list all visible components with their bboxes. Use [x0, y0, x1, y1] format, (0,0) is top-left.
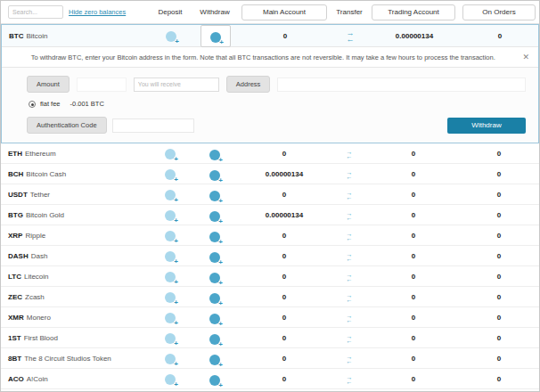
deposit-icon[interactable]: + [165, 231, 176, 241]
transfer-arrows[interactable]: → ← [331, 252, 368, 261]
withdraw-icon-wrap[interactable]: + [200, 25, 231, 47]
withdraw-icon[interactable]: + [209, 211, 220, 222]
transfer-arrows[interactable]: → ← [331, 334, 368, 343]
withdraw-icon-wrap[interactable]: + [200, 246, 229, 266]
withdraw-icon[interactable]: + [210, 32, 221, 43]
withdraw-icon-wrap[interactable]: + [200, 287, 229, 307]
withdraw-icon-wrap[interactable]: + [200, 266, 229, 287]
table-row[interactable]: DASHDash + + 0 → ← 0 0 [1, 246, 539, 266]
withdraw-icon-wrap[interactable]: + [200, 328, 229, 348]
coin-name: Tether [30, 191, 50, 199]
close-icon[interactable]: ✕ [522, 53, 529, 61]
main-balance: 0 [239, 32, 331, 40]
main-account-button[interactable]: Main Account [241, 4, 327, 20]
table-row[interactable]: LTCLitecoin + + 0 → ← 0 0 [1, 266, 539, 287]
transfer-arrows[interactable]: → ← [331, 293, 368, 302]
withdraw-icon-wrap[interactable]: + [200, 307, 229, 328]
amount-input[interactable] [77, 78, 127, 92]
auth-code-input[interactable] [112, 118, 194, 133]
transfer-arrows[interactable]: → ← [331, 232, 368, 241]
deposit-icon[interactable]: + [165, 374, 176, 385]
transfer-arrows[interactable]: → ← [331, 273, 368, 282]
deposit-icon[interactable]: + [165, 251, 176, 262]
main-balance: 0 [238, 150, 331, 158]
transfer-arrows[interactable]: → ← [331, 355, 368, 363]
transfer-left-icon: ← [347, 318, 353, 323]
table-row[interactable]: XMRMonero + + 0 → ← 0 0 [1, 307, 539, 328]
transfer-arrows[interactable]: → ← [331, 375, 368, 384]
transfer-left-icon: ← [347, 216, 353, 220]
withdraw-icon[interactable]: + [209, 232, 220, 242]
table-row[interactable]: BCHBitcoin Cash + + 0.00000134 → ← 0 0 [1, 164, 539, 184]
main-balance: 0 [238, 191, 331, 199]
transfer-arrows[interactable]: → ← [331, 150, 368, 159]
transfer-left-icon: ← [347, 236, 353, 241]
transfer-arrows[interactable]: → ← [331, 314, 368, 323]
deposit-icon[interactable]: + [165, 333, 176, 344]
withdraw-icon[interactable]: + [209, 375, 220, 386]
orders-balance: 0 [459, 375, 539, 383]
withdraw-button[interactable]: Withdraw [447, 118, 526, 134]
withdraw-icon-wrap[interactable]: + [200, 143, 229, 164]
deposit-icon[interactable]: + [165, 292, 176, 303]
deposit-icon[interactable]: + [165, 313, 176, 323]
deposit-icon[interactable]: + [165, 354, 176, 364]
deposit-icon[interactable]: + [165, 190, 176, 200]
plus-badge-icon: + [174, 279, 178, 286]
withdraw-icon[interactable]: + [209, 314, 220, 324]
hide-zero-balances-link[interactable]: Hide zero balances [69, 8, 126, 16]
trading-account-button[interactable]: Trading Account [372, 4, 455, 20]
receive-input[interactable] [134, 78, 219, 92]
amount-label: Amount [27, 76, 70, 93]
withdraw-icon-wrap[interactable]: + [200, 184, 229, 205]
transfer-arrows[interactable]: → ← [331, 30, 369, 43]
withdraw-icon[interactable]: + [209, 355, 220, 365]
withdraw-icon[interactable]: + [209, 293, 220, 304]
plus-badge-icon: + [174, 176, 178, 184]
plus-badge-icon: + [218, 198, 223, 205]
coin-name: Dash [31, 252, 48, 260]
transfer-arrows[interactable]: → ← [331, 170, 368, 179]
orders-balance: 0 [459, 252, 539, 260]
transfer-arrows[interactable]: → ← [331, 211, 368, 220]
deposit-icon[interactable]: + [165, 272, 176, 282]
coin-name-cell: USDTTether [1, 191, 149, 199]
trading-balance: 0 [368, 293, 459, 301]
withdraw-icon[interactable]: + [209, 273, 220, 283]
coin-ticker: BTC [9, 32, 23, 40]
coin-name: Bitcoin Gold [26, 211, 64, 219]
deposit-icon[interactable]: + [165, 149, 176, 159]
coin-name-cell: 8BTThe 8 Circuit Studios Token [1, 355, 149, 363]
transfer-column-header: Transfer [331, 8, 368, 16]
flat-fee-radio[interactable] [29, 101, 36, 108]
deposit-icon[interactable]: + [165, 210, 176, 221]
table-row[interactable]: ETHEthereum + + 0 → ← 0 0 [1, 143, 539, 164]
withdraw-icon[interactable]: + [209, 170, 220, 181]
coin-name: First Blood [24, 334, 58, 342]
coin-rows-list: ETHEthereum + + 0 → ← 0 0 BCHBitcoin Cas… [1, 143, 539, 392]
table-row[interactable]: BTGBitcoin Gold + + 0.00000134 → ← 0 0 [1, 205, 539, 225]
withdraw-icon-wrap[interactable]: + [200, 164, 229, 184]
table-row[interactable]: ACOA!Coin + + 0 → ← 0 0 [1, 369, 539, 389]
transfer-arrows[interactable]: → ← [331, 191, 368, 200]
withdraw-icon-wrap[interactable]: + [200, 348, 229, 369]
table-row[interactable]: USDTTether + + 0 → ← 0 0 [1, 184, 539, 205]
table-row[interactable]: ZECZcash + + 0 → ← 0 0 [1, 287, 539, 307]
table-row[interactable]: 1STFirst Blood + + 0 → ← 0 0 [1, 328, 539, 348]
table-row[interactable]: BTCBitcoin + + 0 → ← 0.00000134 0 [2, 25, 538, 46]
table-row[interactable]: XRPRipple + + 0 → ← 0 0 [1, 225, 539, 246]
address-input[interactable] [277, 78, 526, 92]
withdraw-icon[interactable]: + [209, 191, 220, 201]
deposit-icon[interactable]: + [166, 31, 176, 42]
main-balance: 0 [238, 314, 331, 322]
deposit-icon[interactable]: + [165, 169, 176, 180]
withdraw-icon-wrap[interactable]: + [200, 225, 229, 246]
withdraw-icon[interactable]: + [209, 150, 220, 160]
withdraw-icon-wrap[interactable]: + [200, 205, 229, 225]
table-row[interactable]: 8BTThe 8 Circuit Studios Token + + 0 → ←… [1, 348, 539, 369]
withdraw-icon[interactable]: + [209, 334, 220, 345]
withdraw-icon-wrap[interactable]: + [200, 369, 229, 389]
withdraw-icon[interactable]: + [209, 252, 220, 263]
on-orders-button[interactable]: On Orders [462, 4, 536, 20]
search-input[interactable] [8, 5, 63, 19]
